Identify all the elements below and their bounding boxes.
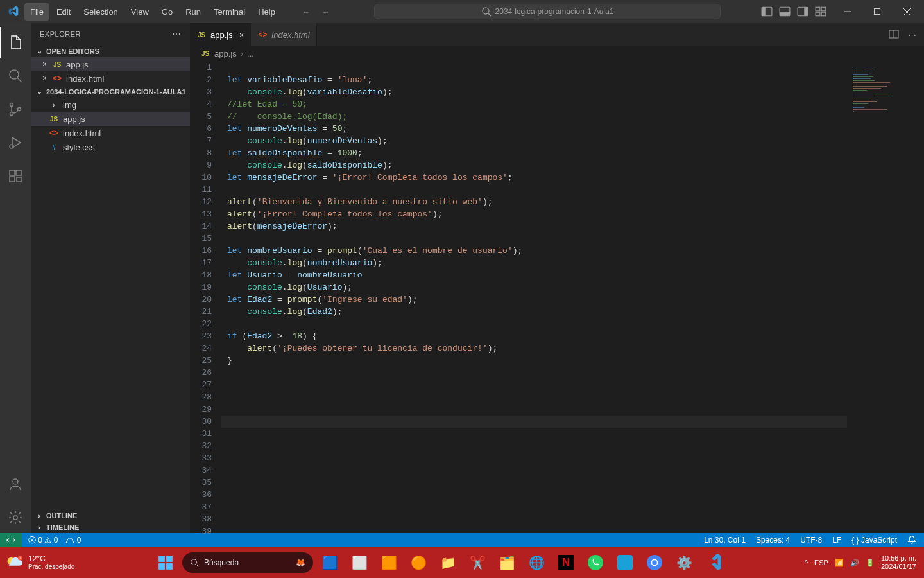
- split-editor-icon[interactable]: [889, 29, 899, 41]
- nav-forward-icon[interactable]: →: [317, 3, 334, 20]
- menu-help[interactable]: Help: [252, 3, 281, 21]
- taskbar-app-explorer[interactable]: 🗂️: [494, 550, 520, 575]
- toggle-panel-left-icon[interactable]: [761, 6, 773, 17]
- tree-item[interactable]: ›img: [31, 98, 190, 112]
- tray-wifi-icon[interactable]: 📶: [835, 559, 844, 567]
- minimap[interactable]: ▬▬▬▬▬▬▬▬▬▬▬▬▬▬▬▬▬▬▬▬▬▬▬▬▬▬▬▬▬▬▬▬▬▬▬▬▬▬▬▬…: [847, 60, 924, 533]
- status-ports[interactable]: 0: [65, 536, 81, 545]
- tree-item[interactable]: #style.css: [31, 140, 190, 154]
- taskbar-app-copilot[interactable]: 🟦: [317, 550, 343, 575]
- toggle-panel-bottom-icon[interactable]: [779, 6, 791, 17]
- svg-point-28: [13, 516, 17, 520]
- close-editor-icon[interactable]: ×: [42, 74, 47, 83]
- close-tab-icon[interactable]: ×: [237, 30, 244, 40]
- taskbar-app-xampp[interactable]: 🟠: [406, 550, 431, 575]
- taskbar-app-powerpoint[interactable]: 🟧: [376, 550, 402, 575]
- remote-indicator-icon[interactable]: [0, 533, 22, 547]
- svg-point-18: [10, 103, 13, 107]
- taskbar-app-vscode[interactable]: [701, 550, 726, 575]
- open-editor-item[interactable]: ×JSapp.js: [31, 57, 190, 71]
- activity-settings-icon[interactable]: [0, 502, 31, 533]
- open-editor-item[interactable]: ×<>index.html: [31, 71, 190, 85]
- activity-run-debug-icon[interactable]: [0, 127, 31, 158]
- tray-battery-icon[interactable]: 🔋: [866, 559, 875, 567]
- taskbar-app-settings[interactable]: ⚙️: [671, 550, 697, 575]
- tray-chevron-icon[interactable]: ^: [805, 559, 808, 566]
- window-maximize-icon[interactable]: [862, 0, 892, 23]
- vscode-logo-icon: [3, 6, 24, 17]
- tray-volume-icon[interactable]: 🔊: [850, 559, 859, 567]
- svg-line-39: [196, 565, 199, 567]
- toggle-panel-right-icon[interactable]: [797, 6, 809, 17]
- status-bar: ⓧ 0 ⚠ 0 0 Ln 30, Col 1 Spaces: 4 UTF-8 L…: [0, 533, 924, 547]
- menu-run[interactable]: Run: [180, 3, 207, 21]
- html-file-icon: <>: [49, 128, 59, 138]
- section-timeline[interactable]: ›TIMELINE: [31, 521, 190, 533]
- file-name-label: img: [63, 100, 76, 110]
- taskbar-app-edge[interactable]: 🌐: [524, 550, 549, 575]
- file-name-label: index.html: [66, 74, 104, 83]
- js-file-icon: JS: [196, 30, 207, 40]
- line-gutter: 1234567891011121314151617181920212223242…: [190, 60, 221, 533]
- taskbar-app-prime[interactable]: [612, 550, 638, 575]
- menu-go[interactable]: Go: [156, 3, 178, 21]
- window-close-icon[interactable]: [892, 0, 921, 23]
- tree-item[interactable]: JSapp.js: [31, 112, 190, 126]
- taskbar-weather[interactable]: 1 12°C Prac. despejado: [5, 554, 74, 572]
- taskbar-tray[interactable]: ^ ESP 📶 🔊 🔋 10:56 p. m. 2024/01/17: [805, 554, 919, 571]
- taskbar-app-filemgr[interactable]: 📁: [435, 550, 461, 575]
- activity-accounts-icon[interactable]: [0, 469, 31, 500]
- section-open-editors[interactable]: ⌄OPEN EDITORS: [31, 45, 190, 57]
- nav-back-icon[interactable]: ←: [298, 3, 314, 20]
- taskbar-app-whatsapp[interactable]: [583, 550, 608, 575]
- section-outline[interactable]: ›OUTLINE: [31, 510, 190, 521]
- sidebar-more-icon[interactable]: ⋯: [172, 29, 182, 39]
- svg-rect-13: [874, 8, 880, 14]
- svg-point-0: [483, 8, 489, 14]
- menu-bar: FileEditSelectionViewGoRunTerminalHelp: [24, 3, 281, 21]
- taskbar-clock[interactable]: 10:56 p. m. 2024/01/17: [881, 554, 919, 571]
- section-project[interactable]: ⌄2034-LOGICA-PROGRAMACION-1-AULA1: [31, 85, 190, 98]
- breadcrumb[interactable]: JS app.js › ...: [190, 46, 924, 60]
- taskbar-app-taskview[interactable]: ⬜: [346, 550, 372, 575]
- command-center-search[interactable]: 2034-logica-programacion-1-Aula1: [374, 4, 721, 19]
- sidebar-explorer: EXPLORER ⋯ ⌄OPEN EDITORS ×JSapp.js×<>ind…: [31, 23, 190, 533]
- activity-explorer-icon[interactable]: [0, 27, 31, 58]
- customize-layout-icon[interactable]: [815, 6, 826, 17]
- start-button-icon[interactable]: [153, 550, 178, 575]
- svg-rect-10: [816, 12, 820, 16]
- tab-label: index.html: [271, 30, 309, 40]
- file-name-label: app.js: [66, 60, 89, 69]
- svg-rect-35: [166, 556, 173, 562]
- menu-file[interactable]: File: [24, 3, 49, 21]
- menu-view[interactable]: View: [125, 3, 155, 21]
- activity-search-icon[interactable]: [0, 60, 31, 91]
- editor-tab[interactable]: <>index.html: [251, 23, 316, 46]
- notifications-bell-icon[interactable]: [907, 535, 916, 546]
- activity-extensions-icon[interactable]: [0, 161, 31, 191]
- status-encoding[interactable]: UTF-8: [800, 536, 822, 545]
- menu-terminal[interactable]: Terminal: [208, 3, 251, 21]
- activity-source-control-icon[interactable]: [0, 94, 31, 125]
- tree-item[interactable]: <>index.html: [31, 126, 190, 140]
- status-errors[interactable]: ⓧ 0 ⚠ 0: [28, 535, 58, 546]
- code-editor[interactable]: let variableDesafio = 'luna'; console.lo…: [221, 60, 847, 533]
- svg-line-1: [488, 13, 491, 16]
- tab-more-icon[interactable]: ⋯: [908, 30, 916, 40]
- editor-tab[interactable]: JSapp.js×: [190, 23, 251, 46]
- close-editor-icon[interactable]: ×: [42, 60, 47, 69]
- taskbar-app-snip[interactable]: ✂️: [465, 550, 490, 575]
- status-cursor-position[interactable]: Ln 30, Col 1: [704, 536, 746, 545]
- taskbar-app-chrome[interactable]: [642, 550, 667, 575]
- menu-selection[interactable]: Selection: [78, 3, 123, 21]
- status-eol[interactable]: LF: [832, 536, 841, 545]
- taskbar-app-netflix[interactable]: N: [553, 550, 579, 575]
- tray-language[interactable]: ESP: [814, 559, 828, 566]
- menu-edit[interactable]: Edit: [51, 3, 76, 21]
- status-spaces[interactable]: Spaces: 4: [756, 536, 790, 545]
- status-language[interactable]: { } JavaScript: [851, 536, 897, 545]
- window-minimize-icon[interactable]: [833, 0, 862, 23]
- svg-point-22: [10, 144, 13, 148]
- svg-rect-3: [762, 7, 766, 16]
- taskbar-search[interactable]: Búsqueda 🦊: [182, 552, 313, 573]
